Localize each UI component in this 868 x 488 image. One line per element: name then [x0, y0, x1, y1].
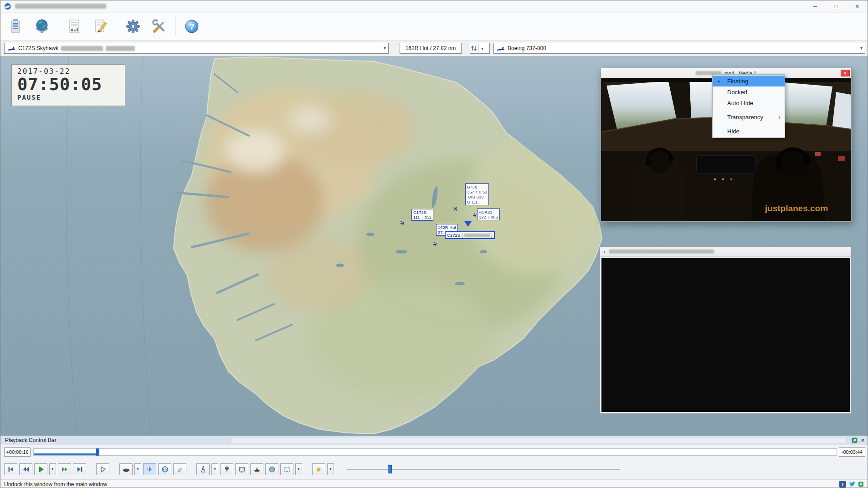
- antenna-button[interactable]: [196, 463, 210, 475]
- favorites-options-button[interactable]: ▼: [327, 463, 334, 475]
- window-panel-icon: [238, 466, 246, 473]
- chevron-down-icon[interactable]: ▾: [384, 46, 386, 51]
- menu-item-docked[interactable]: Docked: [713, 86, 785, 97]
- world-layer-button[interactable]: [265, 463, 278, 475]
- chevron-down-icon[interactable]: ▾: [480, 46, 485, 51]
- aircraft-label-c172s[interactable]: C172S 111 ↑ 011: [411, 209, 433, 221]
- docked-panel-header[interactable]: ‹: [600, 247, 851, 257]
- secondary-aircraft-select[interactable]: Boeing 737-800 ▾: [493, 43, 865, 54]
- primary-aircraft-select[interactable]: C172S Skyhawk ▾: [4, 43, 389, 54]
- rewind-button[interactable]: [19, 463, 32, 475]
- pane-close-icon[interactable]: ✕: [861, 437, 865, 443]
- minimize-button[interactable]: ─: [805, 0, 826, 12]
- seek-thumb[interactable]: [96, 448, 99, 456]
- toolbar-separator: [175, 17, 176, 36]
- menu-item-label: Transparency: [727, 114, 763, 121]
- label-line: 162R Hot: [438, 225, 456, 230]
- play-icon: [37, 466, 45, 473]
- menu-item-label: Hide: [727, 128, 740, 135]
- recorder-drive-icon: [7, 18, 24, 35]
- maximize-button[interactable]: □: [826, 0, 847, 12]
- facebook-icon[interactable]: f: [839, 481, 846, 488]
- toolbar-separator: [58, 17, 58, 36]
- report-button[interactable]: [64, 15, 85, 37]
- transport-controls: ▼: [0, 459, 868, 479]
- seek-bar[interactable]: [33, 448, 837, 456]
- antenna-options-button[interactable]: ▼: [211, 463, 218, 475]
- camera-view-icon: [123, 466, 130, 473]
- status-bar: Undock this window from the main window …: [0, 479, 868, 488]
- sim-pause-state: PAUSE: [17, 94, 119, 101]
- camera-view-options-button[interactable]: ▼: [134, 463, 141, 475]
- play-button[interactable]: [34, 463, 47, 475]
- pushpin-button[interactable]: [220, 463, 233, 475]
- airplane-side-icon: [497, 46, 505, 51]
- playback-pane-titlebar[interactable]: Playback Control Bar ✕: [0, 436, 868, 445]
- tools-icon: [151, 18, 168, 35]
- sim-clock: 2017-03-22 07:50:05 PAUSE: [11, 64, 125, 106]
- menu-separator: [714, 124, 784, 124]
- seek-progress: [34, 453, 98, 455]
- edit-notes-button[interactable]: [90, 15, 111, 37]
- main-toolbar: ?: [0, 13, 868, 41]
- playback-timeline: +00:00:16 -00:03:44: [0, 445, 868, 459]
- close-button[interactable]: ✕: [847, 0, 868, 12]
- aircraft-labels-toggle[interactable]: ✈: [143, 463, 156, 475]
- airplane-icon: ✈: [147, 466, 153, 473]
- toolbar-separator: [117, 17, 117, 36]
- selection-box-icon: [283, 466, 291, 473]
- step-forward-button[interactable]: [96, 463, 109, 475]
- menu-item-floating[interactable]: ● Floating: [713, 76, 785, 86]
- recorder-button[interactable]: [5, 15, 26, 37]
- twitter-icon[interactable]: [848, 481, 856, 488]
- menu-item-hide[interactable]: Hide: [713, 126, 785, 137]
- app-window: ─ □ ✕: [0, 0, 868, 488]
- selection-box-button[interactable]: [280, 463, 293, 475]
- selection-options-button[interactable]: ▼: [295, 463, 302, 475]
- titlebar[interactable]: ─ □ ✕: [0, 0, 868, 12]
- menu-item-transparency[interactable]: Transparency ›: [713, 112, 785, 122]
- help-button[interactable]: ?: [181, 15, 202, 37]
- fast-forward-button[interactable]: [58, 463, 71, 475]
- menu-item-label: Docked: [727, 89, 747, 96]
- playback-pane: Playback Control Bar ✕ +00:00:16 -00:03:…: [0, 436, 868, 479]
- sim-time: 07:50:05: [17, 76, 119, 94]
- aircraft-label-ask21[interactable]: ASK21 122 ↓ 006: [477, 208, 500, 220]
- swap-aircraft-button[interactable]: ▾: [470, 43, 490, 54]
- favorites-button[interactable]: ★: [312, 463, 325, 475]
- label-line: 122 ↓ 006: [479, 214, 498, 219]
- ship-icon: [253, 466, 261, 473]
- play-options-button[interactable]: ▼: [49, 463, 56, 475]
- help-icon: ?: [184, 18, 200, 35]
- skip-to-start-button[interactable]: [4, 463, 17, 475]
- camera-view-button[interactable]: [119, 463, 133, 475]
- redacted-text: [106, 46, 135, 51]
- skip-start-icon: [7, 466, 15, 473]
- swap-arrows-icon: [470, 45, 478, 52]
- eraser-button[interactable]: [173, 463, 186, 475]
- ship-button[interactable]: [250, 463, 263, 475]
- skip-end-icon: [76, 466, 83, 473]
- label-line: B738: [467, 184, 487, 189]
- tools-button[interactable]: [149, 15, 170, 37]
- menu-item-label: Floating: [727, 78, 748, 85]
- aircraft-label-b738[interactable]: B738 357 ↑ 0.53 TAS 303 G 1.1: [465, 183, 489, 205]
- menu-item-auto-hide[interactable]: Auto Hide: [713, 97, 785, 108]
- skip-to-end-button[interactable]: [73, 463, 86, 475]
- globe-view-toggle[interactable]: [158, 463, 171, 475]
- report-document-icon: [66, 18, 82, 35]
- collapse-left-icon[interactable]: ‹: [604, 248, 606, 255]
- docked-video-frame: [601, 258, 850, 412]
- chevron-down-icon[interactable]: ▾: [860, 46, 863, 51]
- rate-slider[interactable]: [347, 464, 620, 474]
- rate-slider-thumb[interactable]: [388, 465, 392, 473]
- world-map-button[interactable]: [31, 15, 52, 37]
- share-icon[interactable]: [858, 481, 864, 487]
- panels-button[interactable]: [235, 463, 248, 475]
- media-close-button[interactable]: ✕: [841, 70, 850, 76]
- undock-icon[interactable]: [852, 437, 858, 443]
- globe-wire-icon: [161, 466, 169, 473]
- docked-media-panel[interactable]: ‹: [600, 246, 852, 414]
- aircraft-label-selected[interactable]: C172S ( ): [445, 231, 495, 239]
- settings-button[interactable]: [123, 15, 144, 37]
